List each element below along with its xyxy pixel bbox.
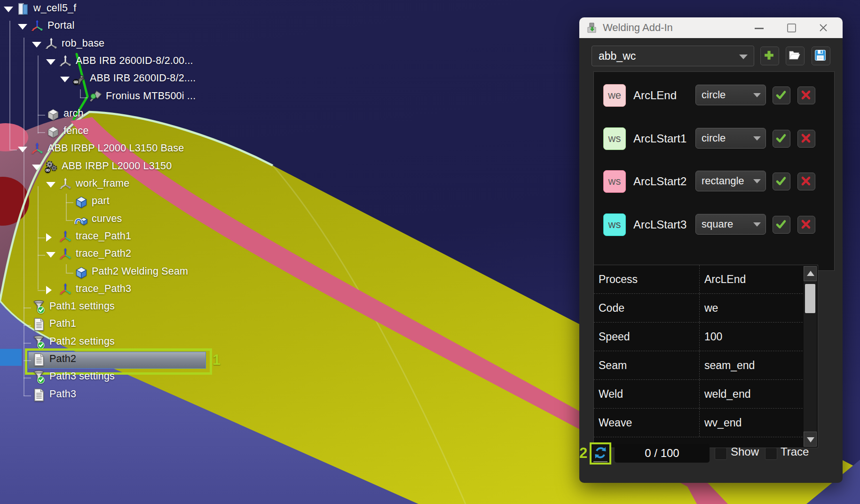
property-row-weld[interactable]: Weldweld_end xyxy=(594,380,803,409)
tree-row-path3[interactable]: Path3 xyxy=(0,387,254,404)
tree-row-portal[interactable]: Portal xyxy=(0,18,254,35)
torch-icon xyxy=(88,90,103,104)
collapse-arrow-icon[interactable] xyxy=(46,59,55,65)
expand-arrow-icon[interactable] xyxy=(46,286,52,294)
property-row-seam[interactable]: Seamseam_end xyxy=(594,351,803,380)
confirm-button[interactable] xyxy=(773,87,790,104)
shape-dropdown[interactable]: square xyxy=(695,214,766,235)
tree-row-rob-base[interactable]: rob_base xyxy=(0,36,254,53)
trace-checkbox[interactable] xyxy=(765,448,777,460)
frame-icon xyxy=(44,37,58,51)
tree-item-label: Portal xyxy=(47,20,74,32)
tree-connector xyxy=(80,89,81,98)
tree-row-abb-irbp-l2000-l3150[interactable]: ABB IRBP L2000 L3150 xyxy=(0,159,254,176)
tree-item-label: Path2 xyxy=(49,353,76,365)
property-value-cell: we xyxy=(699,294,803,322)
progress-value: 0 / 100 xyxy=(615,444,710,463)
weld-item-name: ArcLEnd xyxy=(633,84,677,107)
model-tree: w_cell5_fPortalrob_baseABB IRB 2600ID-8/… xyxy=(0,0,263,414)
tree-item-label: w_cell5_f xyxy=(33,2,76,14)
collapse-arrow-icon[interactable] xyxy=(32,42,41,47)
property-label: Weld xyxy=(599,380,623,408)
station-icon xyxy=(16,2,30,16)
shape-dropdown[interactable]: circle xyxy=(695,85,766,105)
collapse-arrow-icon[interactable] xyxy=(46,252,55,258)
tree-connector xyxy=(38,115,45,116)
funnel-icon xyxy=(32,300,46,314)
addin-footer: 2 0 / 100 Show Trace xyxy=(579,448,843,483)
refresh-button[interactable] xyxy=(590,442,611,465)
tree-item-label: trace_Path3 xyxy=(76,283,131,295)
collapse-arrow-icon[interactable] xyxy=(60,77,70,82)
shape-dropdown-value: rectangle xyxy=(702,171,744,190)
tree-row-path1-settings[interactable]: Path1 settings xyxy=(0,299,254,316)
confirm-button[interactable] xyxy=(773,173,790,190)
property-row-speed[interactable]: Speed100 xyxy=(594,323,803,351)
tree-item-label: ABB IRB 2600ID-8/2.00... xyxy=(76,55,193,67)
shape-dropdown[interactable]: circle xyxy=(695,128,766,149)
delete-button[interactable] xyxy=(797,216,815,234)
framec-icon xyxy=(58,230,72,244)
tree-item-label: ABB IRBP L2000 L3150 Base xyxy=(47,142,184,154)
annotation-step-2: 2 xyxy=(579,445,587,462)
weld-item-arclend: weArcLEndcircle xyxy=(594,84,834,107)
annotation-step-1: 1 xyxy=(213,352,221,369)
add-profile-button[interactable] xyxy=(760,47,779,65)
delete-button[interactable] xyxy=(797,87,815,104)
collapse-arrow-icon[interactable] xyxy=(18,147,27,152)
property-value: 100 xyxy=(704,323,722,351)
weld-item-arclstart2: wsArcLStart2rectangle xyxy=(594,170,834,193)
tree-item-label: arch xyxy=(63,108,84,119)
tree-row-abb-irbp-l2000-l3150-base[interactable]: ABB IRBP L2000 L3150 Base xyxy=(0,141,254,158)
scroll-down-button[interactable] xyxy=(804,432,817,447)
tree-item-label: rob_base xyxy=(62,38,104,49)
confirm-button[interactable] xyxy=(773,216,790,234)
expand-arrow-icon[interactable] xyxy=(46,233,52,242)
property-row-weave[interactable]: Weavewv_end xyxy=(594,409,803,437)
property-row-code[interactable]: Codewe xyxy=(594,294,803,323)
tree-row-path2[interactable]: Path21 xyxy=(0,352,254,369)
delete-button[interactable] xyxy=(797,173,815,190)
tree-row-path3-settings[interactable]: Path3 settings xyxy=(0,369,254,386)
doc-icon xyxy=(32,317,46,331)
profile-dropdown[interactable]: abb_wc xyxy=(592,46,754,66)
save-file-button[interactable] xyxy=(812,47,830,65)
table-scrollbar[interactable] xyxy=(804,266,817,447)
property-value-cell: ArcLEnd xyxy=(699,265,803,293)
collapse-arrow-icon[interactable] xyxy=(32,165,41,170)
scrollbar-thumb[interactable] xyxy=(805,284,815,313)
scroll-up-button[interactable] xyxy=(804,266,817,281)
tree-row-w-cell5-f[interactable]: w_cell5_f xyxy=(0,1,254,18)
collapse-arrow-icon[interactable] xyxy=(4,7,13,12)
framec-icon xyxy=(58,283,72,297)
folder-icon xyxy=(788,49,801,62)
show-checkbox[interactable] xyxy=(715,448,727,460)
collapse-arrow-icon[interactable] xyxy=(46,182,55,188)
close-button[interactable] xyxy=(815,17,831,38)
shape-dropdown[interactable]: rectangle xyxy=(695,171,766,191)
cross-icon xyxy=(800,132,812,144)
tree-item-label: Path3 settings xyxy=(49,370,115,382)
weld-process-list: weArcLEndcirclewsArcLStart1circlewsArcLS… xyxy=(593,71,835,271)
delete-button[interactable] xyxy=(797,130,815,148)
chevron-down-icon xyxy=(739,55,748,59)
show-checkbox-label: Show xyxy=(731,445,759,458)
collapse-arrow-icon[interactable] xyxy=(18,24,27,30)
chevron-down-icon xyxy=(753,179,761,183)
weld-item-name: ArcLStart1 xyxy=(633,127,686,150)
tree-item-label: curves xyxy=(92,213,122,225)
robot-icon xyxy=(72,72,87,86)
application-stage: w_cell5_fPortalrob_baseABB IRB 2600ID-8/… xyxy=(0,0,860,504)
property-row-process[interactable]: ProcessArcLEnd xyxy=(594,265,803,294)
tree-row-path1[interactable]: Path1 xyxy=(0,316,254,333)
maximize-button[interactable] xyxy=(783,17,799,38)
property-value: seam_end xyxy=(704,351,755,379)
property-value-cell: 100 xyxy=(699,323,803,351)
refresh-icon xyxy=(593,446,608,460)
minimize-button[interactable] xyxy=(751,17,767,38)
cross-icon xyxy=(800,89,812,101)
cube-icon xyxy=(46,107,60,121)
confirm-button[interactable] xyxy=(773,130,790,148)
open-file-button[interactable] xyxy=(786,47,805,65)
frame-icon xyxy=(58,55,72,69)
